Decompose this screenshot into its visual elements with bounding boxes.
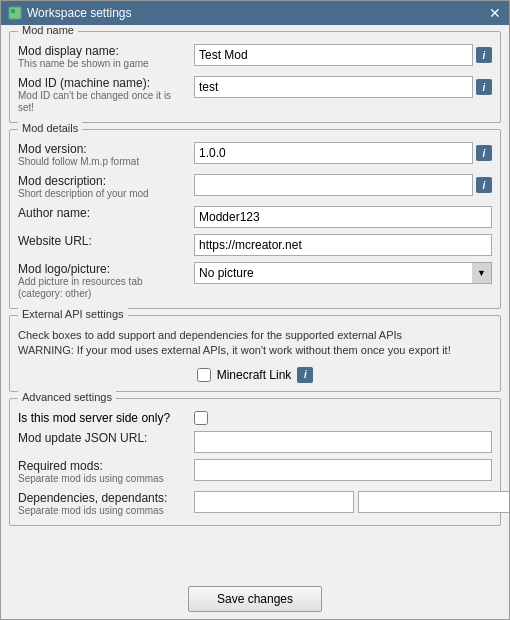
update-url-input[interactable]	[194, 431, 492, 453]
update-url-label-col: Mod update JSON URL:	[18, 431, 188, 445]
mod-name-group: Mod name Mod display name: This name be …	[9, 31, 501, 123]
mod-id-hint: Mod ID can't be changed once it is set!	[18, 90, 188, 114]
logo-row: Mod logo/picture: Add picture in resourc…	[18, 262, 492, 300]
minecraft-link-label: Minecraft Link	[217, 368, 292, 382]
settings-content: Mod name Mod display name: This name be …	[1, 25, 509, 579]
logo-label: Mod logo/picture:	[18, 262, 188, 276]
description-hint: Short description of your mod	[18, 188, 188, 200]
dependencies-label-col: Dependencies, dependants: Separate mod i…	[18, 491, 188, 517]
logo-select[interactable]: No picture	[194, 262, 492, 284]
svg-rect-1	[11, 9, 15, 13]
description-row: Mod description: Short description of yo…	[18, 174, 492, 200]
author-input-col	[194, 206, 492, 228]
server-side-label: Is this mod server side only?	[18, 411, 188, 425]
window-icon	[7, 5, 23, 21]
version-label: Mod version:	[18, 142, 188, 156]
description-info-icon[interactable]: i	[476, 177, 492, 193]
display-name-row: Mod display name: This name be shown in …	[18, 44, 492, 70]
display-name-hint: This name be shown in game	[18, 58, 188, 70]
version-row: Mod version: Should follow M.m.p format …	[18, 142, 492, 168]
minecraft-link-info-icon[interactable]: i	[297, 367, 313, 383]
dependencies-inputs	[194, 491, 509, 513]
author-label-col: Author name:	[18, 206, 188, 220]
version-hint: Should follow M.m.p format	[18, 156, 188, 168]
external-api-group: External API settings Check boxes to add…	[9, 315, 501, 392]
mod-details-group: Mod details Mod version: Should follow M…	[9, 129, 501, 309]
display-name-label: Mod display name:	[18, 44, 188, 58]
website-input[interactable]	[194, 234, 492, 256]
update-url-row: Mod update JSON URL:	[18, 431, 492, 453]
update-url-label: Mod update JSON URL:	[18, 431, 188, 445]
version-input-col: i	[194, 142, 492, 164]
close-button[interactable]: ✕	[487, 5, 503, 21]
mod-name-legend: Mod name	[18, 25, 78, 36]
save-changes-button[interactable]: Save changes	[188, 586, 322, 612]
dependencies-label: Dependencies, dependants:	[18, 491, 188, 505]
server-side-checkbox[interactable]	[194, 411, 208, 425]
required-mods-label: Required mods:	[18, 459, 188, 473]
dependencies-hint: Separate mod ids using commas	[18, 505, 188, 517]
mod-id-input[interactable]	[194, 76, 473, 98]
version-info-icon[interactable]: i	[476, 145, 492, 161]
logo-input-col: No picture ▼	[194, 262, 492, 284]
description-input-col: i	[194, 174, 492, 196]
author-input[interactable]	[194, 206, 492, 228]
footer: Save changes	[1, 579, 509, 619]
dependencies-row: Dependencies, dependants: Separate mod i…	[18, 491, 492, 517]
website-row: Website URL:	[18, 234, 492, 256]
author-row: Author name:	[18, 206, 492, 228]
mod-id-info-icon[interactable]: i	[476, 79, 492, 95]
title-bar: Workspace settings ✕	[1, 1, 509, 25]
advanced-settings-legend: Advanced settings	[18, 391, 116, 403]
mod-id-label: Mod ID (machine name):	[18, 76, 188, 90]
website-input-col	[194, 234, 492, 256]
update-url-input-col	[194, 431, 492, 453]
display-name-label-col: Mod display name: This name be shown in …	[18, 44, 188, 70]
logo-label-col: Mod logo/picture: Add picture in resourc…	[18, 262, 188, 300]
server-side-row: Is this mod server side only?	[18, 411, 492, 425]
version-label-col: Mod version: Should follow M.m.p format	[18, 142, 188, 168]
mod-id-input-col: i	[194, 76, 492, 98]
dependencies-input-col	[194, 491, 509, 513]
logo-select-wrapper: No picture ▼	[194, 262, 492, 284]
advanced-settings-group: Advanced settings Is this mod server sid…	[9, 398, 501, 526]
required-mods-input[interactable]	[194, 459, 492, 481]
display-name-input-col: i	[194, 44, 492, 66]
description-label: Mod description:	[18, 174, 188, 188]
logo-hint: Add picture in resources tab (category: …	[18, 276, 188, 300]
mod-details-legend: Mod details	[18, 122, 82, 134]
description-input[interactable]	[194, 174, 473, 196]
mod-id-row: Mod ID (machine name): Mod ID can't be c…	[18, 76, 492, 114]
minecraft-link-row: Minecraft Link i	[18, 367, 492, 383]
external-api-legend: External API settings	[18, 308, 128, 320]
dependencies-input-1[interactable]	[194, 491, 354, 513]
external-api-warning: WARNING: If your mod uses external APIs,…	[18, 343, 492, 358]
workspace-settings-window: Workspace settings ✕ Mod name Mod displa…	[0, 0, 510, 620]
dependencies-input-2[interactable]	[358, 491, 509, 513]
required-mods-row: Required mods: Separate mod ids using co…	[18, 459, 492, 485]
version-input[interactable]	[194, 142, 473, 164]
display-name-info-icon[interactable]: i	[476, 47, 492, 63]
website-label-col: Website URL:	[18, 234, 188, 248]
author-label: Author name:	[18, 206, 188, 220]
required-mods-hint: Separate mod ids using commas	[18, 473, 188, 485]
required-mods-label-col: Required mods: Separate mod ids using co…	[18, 459, 188, 485]
description-label-col: Mod description: Short description of yo…	[18, 174, 188, 200]
minecraft-link-checkbox[interactable]	[197, 368, 211, 382]
mod-id-label-col: Mod ID (machine name): Mod ID can't be c…	[18, 76, 188, 114]
display-name-input[interactable]	[194, 44, 473, 66]
external-api-description: Check boxes to add support and dependenc…	[18, 328, 492, 343]
window-title: Workspace settings	[27, 6, 487, 20]
required-mods-input-col	[194, 459, 492, 481]
website-label: Website URL:	[18, 234, 188, 248]
